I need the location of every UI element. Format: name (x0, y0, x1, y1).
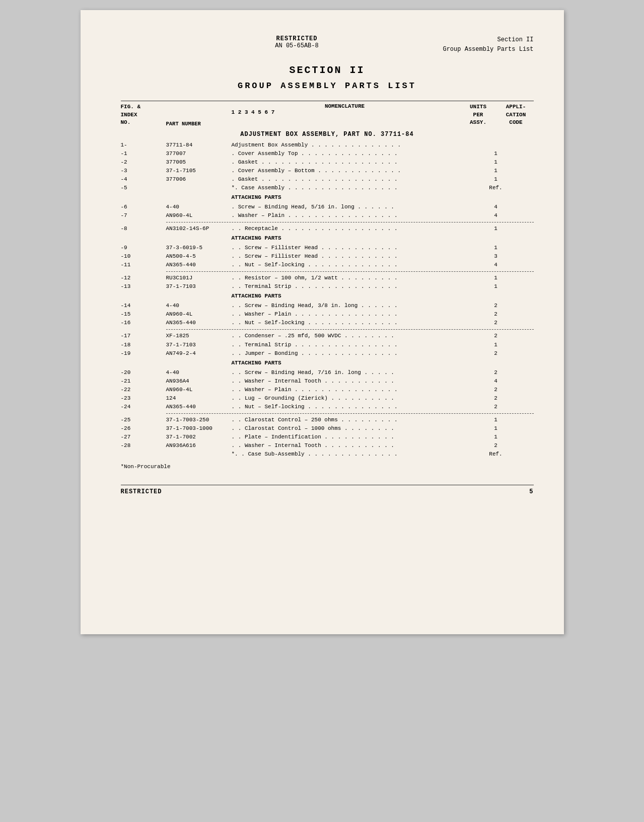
document-footer: RESTRICTED 5 (121, 485, 534, 495)
divider-4 (166, 413, 534, 414)
document-header: RESTRICTED AN 05-65AB-8 Section II Group… (121, 35, 534, 54)
table-row: -23 124 . . Lug – Grounding (Zierick) . … (121, 394, 534, 403)
divider-2 (166, 271, 534, 272)
table-row: -13 37-1-7103 . . Terminal Strip . . . .… (121, 282, 534, 291)
attaching-parts-label-2: ATTACHING PARTS (121, 234, 534, 243)
table-row: -3 37-1-7105 . Cover Assembly – Bottom .… (121, 167, 534, 175)
table-row: 1- 37711-84 Adjustment Box Assembly . . … (121, 141, 534, 150)
table-row: -11 AN365-440 . . Nut – Self-locking . .… (121, 261, 534, 269)
parts-group-6: -14 4-40 . . Screw – Binding Head, 3/8 i… (121, 302, 534, 327)
document-page: RESTRICTED AN 05-65AB-8 Section II Group… (81, 10, 564, 634)
parts-table: 1- 37711-84 Adjustment Box Assembly . . … (121, 141, 534, 459)
parts-group-5: -12 RU3C101J . . Resistor – 100 ohm, 1/2… (121, 274, 534, 291)
table-row: -4 377006 . Gasket . . . . . . . . . . .… (121, 175, 534, 184)
header-right: Section II Group Assembly Parts List (423, 35, 534, 54)
divider-3 (166, 329, 534, 330)
col-numbers: 1 2 3 4 5 6 7 (232, 109, 458, 115)
table-row: -21 AN936A4 . . Washer – Internal Tooth … (121, 377, 534, 386)
column-headers: FIG. &INDEXNO. PART NUMBER NOMENCLATURE … (121, 101, 534, 126)
table-row: -25 37-1-7003-250 . . Clarostat Control … (121, 416, 534, 424)
table-row: -5 *. Case Assembly . . . . . . . . . . … (121, 184, 534, 192)
table-row: -9 37-3-6019-5 . . Screw – Fillister Hea… (121, 244, 534, 252)
table-row: -16 AN365-440 . . Nut – Self-locking . .… (121, 319, 534, 327)
assembly-header: ADJUSTMENT BOX ASSEMBLY, PART NO. 37711-… (121, 131, 534, 138)
attaching-parts-label-1: ATTACHING PARTS (121, 193, 534, 202)
parts-group-8: -20 4-40 . . Screw – Binding Head, 7/16 … (121, 368, 534, 411)
table-row: -6 4-40 . Screw – Binding Head, 5/16 in.… (121, 203, 534, 211)
section-subtitle: Group Assembly Parts List (423, 45, 534, 54)
table-row: -20 4-40 . . Screw – Binding Head, 7/16 … (121, 368, 534, 377)
col-nomenclature: NOMENCLATURE 1 2 3 4 5 6 7 (232, 103, 458, 126)
section-label: Section II (423, 35, 534, 45)
table-row: -19 AN749-2-4 . . Jumper – Bonding . . .… (121, 349, 534, 358)
table-row: -10 AN500-4-5 . . Screw – Fillister Head… (121, 252, 534, 261)
parts-group-9: -25 37-1-7003-250 . . Clarostat Control … (121, 416, 534, 459)
parts-group-7: -17 XF-1825 . . Condenser – .25 mfd, 500… (121, 332, 534, 357)
parts-group-4: -9 37-3-6019-5 . . Screw – Fillister Hea… (121, 244, 534, 269)
table-row: -15 AN960-4L . . Washer – Plain . . . . … (121, 310, 534, 319)
table-row: -28 AN936A616 . . Washer – Internal Toot… (121, 441, 534, 450)
table-row: -18 37-1-7103 . . Terminal Strip . . . .… (121, 341, 534, 349)
table-row: -14 4-40 . . Screw – Binding Head, 3/8 i… (121, 302, 534, 310)
table-row: -26 37-1-7003-1000 . . Clarostat Control… (121, 424, 534, 433)
table-row: -2 377005 . Gasket . . . . . . . . . . .… (121, 158, 534, 167)
non-procurable-note: *Non-Procurable (121, 464, 534, 470)
attaching-parts-label-3: ATTACHING PARTS (121, 292, 534, 301)
header-center: RESTRICTED AN 05-65AB-8 (171, 35, 423, 49)
table-row: -8 AN3102-14S-6P . . Receptacle . . . . … (121, 225, 534, 233)
table-row: -22 AN960-4L . . Washer – Plain . . . . … (121, 386, 534, 394)
restricted-top-center: RESTRICTED (171, 35, 423, 42)
table-row: -12 RU3C101J . . Resistor – 100 ohm, 1/2… (121, 274, 534, 282)
doc-number: AN 05-65AB-8 (171, 42, 423, 49)
table-row: -17 XF-1825 . . Condenser – .25 mfd, 500… (121, 332, 534, 340)
attaching-parts-label-4: ATTACHING PARTS (121, 359, 534, 367)
footer-restricted: RESTRICTED (121, 488, 162, 495)
col-fig-index: FIG. &INDEXNO. (121, 103, 166, 126)
table-row: -27 37-1-7002 . . Plate – Indentificatio… (121, 433, 534, 441)
divider-1 (166, 222, 534, 222)
parts-group-1: 1- 37711-84 Adjustment Box Assembly . . … (121, 141, 534, 192)
table-row: -1 377007 . Cover Assembly Top . . . . .… (121, 150, 534, 158)
footer-page-number: 5 (529, 488, 533, 495)
table-row: *. . Case Sub-Assembly . . . . . . . . .… (121, 450, 534, 459)
col-appli: APPLI-CATIONCODE (498, 103, 534, 126)
parts-group-2: -6 4-40 . Screw – Binding Head, 5/16 in.… (121, 203, 534, 220)
table-row: -24 AN365-440 . . Nut – Self-locking . .… (121, 403, 534, 411)
section-title: SECTION II (121, 64, 534, 76)
group-title: GROUP ASSEMBLY PARTS LIST (121, 81, 534, 91)
col-units: UNITSPERASSY. (458, 103, 498, 126)
parts-group-3: -8 AN3102-14S-6P . . Receptacle . . . . … (121, 225, 534, 233)
col-part-number: PART NUMBER (166, 121, 232, 127)
nomenclature-label: NOMENCLATURE (232, 103, 458, 109)
table-row: -7 AN960-4L . Washer – Plain . . . . . .… (121, 211, 534, 220)
